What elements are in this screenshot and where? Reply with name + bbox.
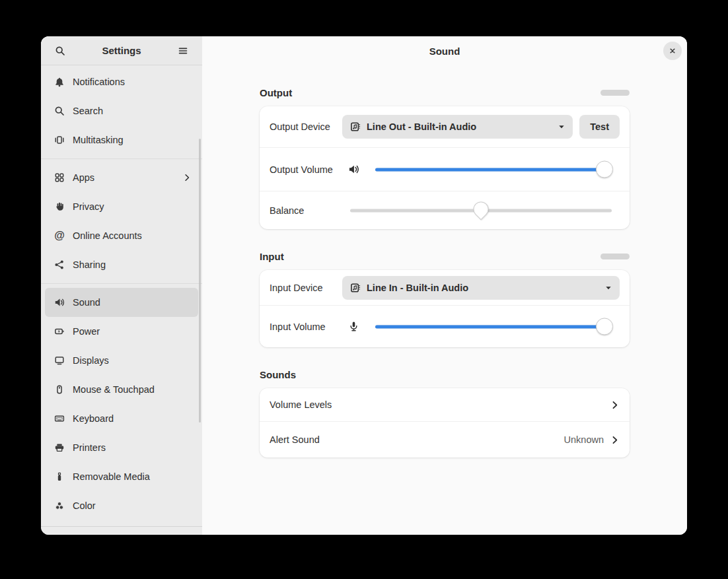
- sidebar-item-label: Removable Media: [73, 471, 150, 482]
- sounds-heading: Sounds: [260, 369, 296, 380]
- hand-icon: [54, 201, 65, 212]
- sidebar-item-mouse-touchpad[interactable]: Mouse & Touchpad: [45, 375, 198, 404]
- search-button[interactable]: [49, 41, 71, 61]
- sidebar-item-privacy[interactable]: Privacy: [45, 192, 198, 221]
- output-card: Output Device Line Out - Built-in Audio …: [260, 106, 630, 229]
- input-device-label: Input Device: [270, 283, 342, 293]
- input-volume-slider[interactable]: [375, 318, 612, 336]
- search-icon: [55, 46, 65, 56]
- soundcard-icon: [350, 121, 361, 132]
- desktop-background: Settings Notifications Search: [0, 0, 728, 579]
- monitor-icon: [54, 355, 65, 366]
- sidebar-item-search[interactable]: Search: [45, 96, 198, 125]
- sidebar-separator: [41, 283, 202, 284]
- dropdown-caret-icon: [557, 122, 566, 131]
- dropdown-caret-icon: [604, 283, 613, 292]
- sidebar-bottom-separator: [41, 526, 202, 527]
- speaker-volume-icon: [342, 164, 365, 175]
- output-device-label: Output Device: [270, 121, 342, 132]
- volume-levels-row[interactable]: Volume Levels: [260, 388, 630, 421]
- mouse-icon: [54, 384, 65, 395]
- sidebar-item-power[interactable]: Power: [45, 317, 198, 346]
- magnifier-icon: [54, 106, 65, 116]
- sidebar-scrollbar[interactable]: [199, 139, 201, 423]
- sidebar-item-label: Online Accounts: [73, 230, 142, 241]
- sidebar-item-removable-media[interactable]: Removable Media: [45, 462, 198, 491]
- sounds-section-header: Sounds: [260, 367, 630, 382]
- main-headerbar: Sound: [202, 36, 687, 65]
- sidebar-item-label: Privacy: [73, 201, 104, 212]
- sidebar-item-label: Apps: [73, 172, 182, 183]
- output-volume-row: Output Volume: [260, 147, 630, 191]
- close-window-button[interactable]: [663, 42, 682, 60]
- sound-panel: Sound Output Output Device: [202, 36, 687, 535]
- output-heading: Output: [260, 87, 292, 98]
- output-volume-slider[interactable]: [375, 160, 612, 179]
- balance-slider[interactable]: [350, 201, 612, 220]
- sidebar-item-label: Notifications: [73, 77, 125, 87]
- input-volume-row: Input Volume: [260, 305, 630, 347]
- sidebar: Settings Notifications Search: [41, 36, 202, 535]
- balance-row: Balance: [260, 191, 630, 229]
- close-icon: [668, 46, 677, 55]
- sidebar-item-color[interactable]: Color: [45, 491, 198, 520]
- input-section-header: Input: [260, 249, 630, 263]
- sidebar-nav: Notifications Search Multitasking Apps: [41, 65, 202, 535]
- panel-content: Output Output Device Line Out - Built-in…: [202, 65, 687, 535]
- output-device-row: Output Device Line Out - Built-in Audio …: [260, 106, 630, 147]
- app-title: Settings: [71, 45, 172, 56]
- sounds-card: Volume Levels Alert Sound Unknown: [260, 388, 630, 458]
- sidebar-item-label: Displays: [73, 355, 109, 366]
- sidebar-item-notifications[interactable]: Notifications: [45, 67, 198, 96]
- alert-sound-value: Unknown: [564, 434, 604, 445]
- microphone-icon: [342, 321, 365, 332]
- color-wheel-icon: [54, 500, 65, 511]
- balance-slider-handle[interactable]: [470, 199, 492, 221]
- soundcard-icon: [350, 283, 361, 293]
- app-grid-icon: [54, 172, 65, 183]
- input-heading: Input: [260, 251, 284, 262]
- sidebar-item-label: Multitasking: [73, 135, 124, 145]
- alert-sound-row[interactable]: Alert Sound Unknown: [260, 421, 630, 458]
- sidebar-headerbar: Settings: [41, 36, 202, 65]
- input-volume-label: Input Volume: [270, 322, 342, 332]
- speaker-icon: [54, 297, 65, 308]
- sidebar-item-sound[interactable]: Sound: [45, 288, 198, 317]
- sidebar-item-sharing[interactable]: Sharing: [45, 250, 198, 279]
- hamburger-menu-icon: [178, 46, 188, 56]
- sidebar-item-label: Mouse & Touchpad: [73, 384, 155, 395]
- main-menu-button[interactable]: [172, 41, 194, 61]
- input-device-dropdown[interactable]: Line In - Built-in Audio: [342, 276, 620, 300]
- sidebar-item-label: Sharing: [73, 259, 106, 270]
- sidebar-item-multitasking[interactable]: Multitasking: [45, 125, 198, 154]
- sidebar-item-apps[interactable]: Apps: [45, 163, 198, 192]
- test-speakers-button[interactable]: Test: [579, 115, 620, 139]
- output-device-dropdown[interactable]: Line Out - Built-in Audio: [342, 115, 573, 139]
- output-volume-slider-handle[interactable]: [596, 161, 613, 178]
- chevron-right-icon: [610, 435, 620, 445]
- balance-label: Balance: [270, 205, 342, 216]
- sidebar-item-keyboard[interactable]: Keyboard: [45, 404, 198, 433]
- sidebar-item-label: Sound: [73, 297, 100, 308]
- share-nodes-icon: [54, 259, 65, 270]
- input-level-indicator: [601, 254, 630, 259]
- input-device-value: Line In - Built-in Audio: [367, 283, 597, 293]
- input-volume-slider-handle[interactable]: [596, 318, 613, 335]
- sidebar-item-label: Search: [73, 106, 103, 116]
- sidebar-item-online-accounts[interactable]: @ Online Accounts: [45, 221, 198, 250]
- input-device-row: Input Device Line In - Built-in Audio: [260, 270, 630, 305]
- sidebar-item-label: Power: [73, 326, 100, 337]
- chevron-right-icon: [182, 173, 192, 182]
- sidebar-item-printers[interactable]: Printers: [45, 433, 198, 462]
- sidebar-separator: [41, 158, 202, 159]
- printer-icon: [54, 442, 65, 453]
- sidebar-item-displays[interactable]: Displays: [45, 346, 198, 375]
- volume-levels-label: Volume Levels: [270, 399, 610, 410]
- at-sign-icon: @: [54, 230, 65, 241]
- alert-sound-label: Alert Sound: [270, 434, 564, 445]
- output-volume-label: Output Volume: [270, 164, 342, 175]
- bell-icon: [54, 77, 65, 87]
- output-level-indicator: [601, 90, 630, 96]
- multitasking-windows-icon: [54, 135, 65, 145]
- input-card: Input Device Line In - Built-in Audio In…: [260, 270, 630, 347]
